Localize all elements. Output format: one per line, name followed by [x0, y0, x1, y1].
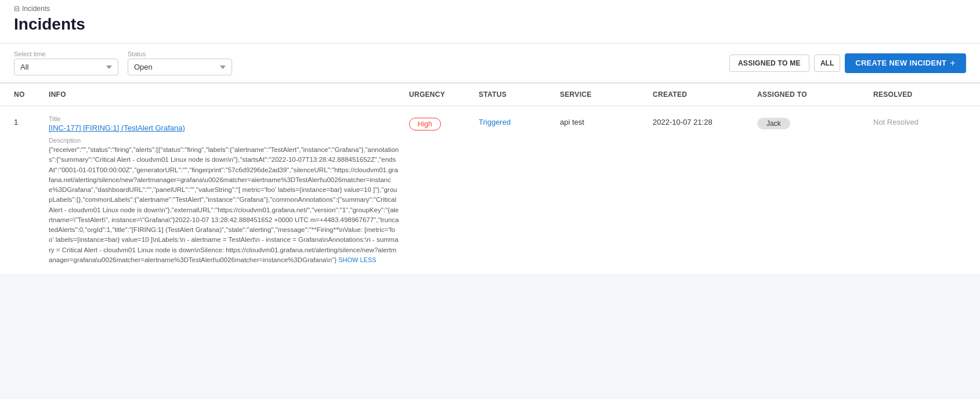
- table-row: 1 Title [INC-177] [FIRING:1] (TestAlert …: [0, 106, 980, 275]
- incident-title-link[interactable]: [INC-177] [FIRING:1] (TestAlert Grafana): [49, 124, 400, 132]
- time-filter-select[interactable]: All Last 24h Last 7 days Last 30 days: [14, 59, 118, 75]
- col-no: NO: [14, 90, 49, 99]
- all-button[interactable]: ALL: [814, 55, 840, 72]
- col-urgency: URGENCY: [409, 90, 479, 99]
- col-status: STATUS: [479, 90, 560, 99]
- page-title: Incidents: [14, 15, 966, 43]
- row-resolved: Not Resolved: [873, 115, 966, 126]
- create-incident-label: CREATE NEW INCIDENT: [855, 59, 946, 67]
- row-info: Title [INC-177] [FIRING:1] (TestAlert Gr…: [49, 115, 409, 265]
- row-service: api test: [560, 115, 653, 126]
- info-desc-label: Description: [49, 137, 400, 144]
- row-urgency: High: [409, 115, 479, 130]
- status-filter-label: Status: [128, 50, 232, 57]
- filters-bar: Select time All Last 24h Last 7 days Las…: [0, 43, 980, 83]
- col-resolved: RESOLVED: [873, 90, 966, 99]
- col-service: SERVICE: [560, 90, 653, 99]
- time-filter-group: Select time All Last 24h Last 7 days Las…: [14, 50, 118, 75]
- info-title-label: Title: [49, 115, 400, 122]
- plus-icon: +: [950, 58, 956, 68]
- row-number: 1: [14, 115, 49, 126]
- row-status: Triggered: [479, 115, 560, 126]
- breadcrumb-label: Incidents: [22, 5, 50, 13]
- create-new-incident-button[interactable]: CREATE NEW INCIDENT +: [845, 53, 966, 73]
- time-filter-label: Select time: [14, 50, 118, 57]
- assigned-to-badge: Jack: [757, 118, 790, 129]
- right-actions: ASSIGNED TO ME ALL CREATE NEW INCIDENT +: [729, 53, 966, 73]
- col-info: INFO: [49, 90, 409, 99]
- urgency-badge: High: [409, 118, 441, 130]
- status-filter-select[interactable]: Open Closed Pending: [128, 59, 232, 75]
- col-assigned-to: ASSIGNED TO: [757, 90, 873, 99]
- assigned-to-me-button[interactable]: ASSIGNED TO ME: [729, 55, 809, 72]
- incidents-breadcrumb-icon: ⊟: [14, 5, 20, 13]
- incidents-table: NO INFO URGENCY STATUS SERVICE CREATED A…: [0, 83, 980, 275]
- row-created: 2022-10-07 21:28: [653, 115, 757, 126]
- top-bar: ⊟ Incidents Incidents: [0, 0, 980, 43]
- show-less-button[interactable]: SHOW LESS: [338, 256, 376, 263]
- breadcrumb: ⊟ Incidents: [14, 5, 966, 13]
- status-filter-group: Status Open Closed Pending: [128, 50, 232, 75]
- info-desc-text: {"receiver":"","status":"firing","alerts…: [49, 145, 400, 265]
- row-assigned-to: Jack: [757, 115, 873, 129]
- table-header: NO INFO URGENCY STATUS SERVICE CREATED A…: [0, 84, 980, 106]
- col-created: CREATED: [653, 90, 757, 99]
